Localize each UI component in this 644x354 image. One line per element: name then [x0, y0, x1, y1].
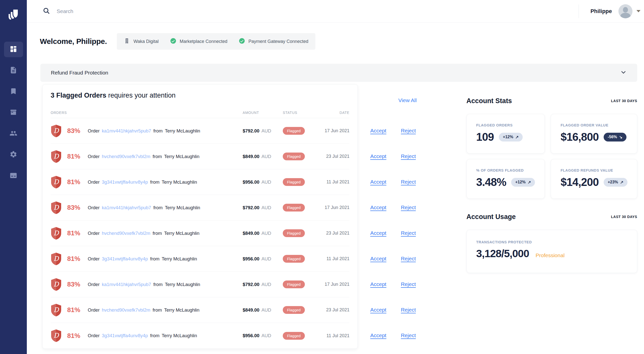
- fraud-shield-icon: D: [51, 176, 62, 189]
- welcome-row: Welcome, Philippe. Waka Digital Marketpl…: [40, 33, 637, 50]
- accept-link[interactable]: Accept: [370, 204, 386, 210]
- order-id-link[interactable]: 3g341vwtjffa4unv8y4p: [102, 179, 148, 185]
- order-date: 11 Jul 2021: [315, 333, 349, 338]
- order-currency: AUD: [261, 307, 271, 313]
- svg-text:D: D: [54, 332, 59, 339]
- reject-link[interactable]: Reject: [401, 256, 416, 262]
- flagged-orders-title: 3 Flagged Orders requires your attention: [51, 85, 349, 107]
- reject-link[interactable]: Reject: [401, 332, 416, 338]
- order-id-link[interactable]: ka1mv441hkjahvr5pub7: [102, 205, 151, 210]
- order-date: 17 Jun 2021: [315, 282, 349, 287]
- order-amount: $792.00: [243, 282, 259, 287]
- order-id-link[interactable]: ka1mv441hkjahvr5pub7: [102, 282, 151, 287]
- reject-link[interactable]: Reject: [401, 230, 416, 236]
- accept-link[interactable]: Accept: [370, 307, 386, 313]
- sidebar-item-settings[interactable]: [4, 147, 23, 163]
- main-area: Philippe Welcome, Philippe. Waka Digital: [27, 0, 644, 354]
- user-name[interactable]: Philippe: [590, 8, 612, 15]
- trend-down-icon: ↘: [619, 135, 622, 139]
- view-all-link[interactable]: View All: [398, 97, 417, 103]
- chevron-down-icon[interactable]: [636, 10, 640, 12]
- search-input[interactable]: [57, 8, 207, 14]
- order-id-link[interactable]: 3g341vwtjffa4unv8y4p: [102, 333, 148, 338]
- status-badge: Flagged: [283, 306, 305, 314]
- reject-link[interactable]: Reject: [401, 204, 416, 210]
- order-date: 11 Jul 2021: [315, 179, 349, 185]
- order-date: 17 Jun 2021: [315, 128, 349, 133]
- risk-score: 81%: [67, 332, 88, 340]
- fraud-shield-icon: D: [51, 150, 62, 163]
- status-badge: Flagged: [283, 332, 305, 340]
- sidebar-item-documents[interactable]: [4, 63, 23, 78]
- merchant-badge-label: Waka Digital: [133, 39, 158, 44]
- accept-link[interactable]: Accept: [370, 256, 386, 262]
- settings-icon: [10, 151, 17, 159]
- table-row: D 81% Order 3g341vwtjffa4unv8y4p from Te…: [51, 323, 349, 348]
- accept-link[interactable]: Accept: [370, 281, 386, 287]
- accept-link[interactable]: Accept: [370, 128, 386, 134]
- avatar[interactable]: [618, 4, 632, 18]
- sidebar-item-billing[interactable]: [4, 168, 23, 184]
- sidebar-item-customers[interactable]: [4, 126, 23, 141]
- reject-link[interactable]: Reject: [401, 281, 416, 287]
- row-actions: AcceptReject: [358, 169, 465, 195]
- risk-score: 83%: [67, 127, 88, 135]
- accept-link[interactable]: Accept: [370, 179, 386, 185]
- customer-name: Terry McLaughlin: [162, 179, 197, 185]
- delta-pill: +12%↗: [499, 133, 523, 141]
- svg-text:D: D: [54, 178, 59, 186]
- refund-protection-toggle[interactable]: Refund Fraud Protection: [40, 64, 637, 82]
- flagged-orders-region: 3 Flagged Orders requires your attention…: [40, 84, 637, 349]
- svg-text:D: D: [54, 127, 59, 134]
- row-actions: AcceptReject: [358, 144, 465, 169]
- order-date: 23 Jul 2021: [315, 231, 349, 236]
- stat-card-flagged-refunds-value: FLAGGED REFUNDS VALUE $14,200 +23%↗: [551, 159, 637, 199]
- reject-link[interactable]: Reject: [401, 128, 416, 134]
- reject-link[interactable]: Reject: [401, 153, 416, 159]
- merchant-badge: Waka Digital: [124, 38, 158, 45]
- row-actions: AcceptReject: [358, 220, 465, 246]
- reject-link[interactable]: Reject: [401, 307, 416, 313]
- usage-period-label: LAST 30 DAYS: [611, 215, 637, 219]
- dashboard-icon: [10, 45, 17, 54]
- bookmark-icon: [10, 87, 17, 96]
- accept-link[interactable]: Accept: [370, 153, 386, 159]
- topbar: Philippe: [27, 0, 644, 23]
- status-badge: Flagged: [283, 229, 305, 237]
- sidebar-item-dashboard[interactable]: [4, 42, 23, 57]
- svg-text:D: D: [54, 280, 59, 288]
- order-id-link[interactable]: hvchend90vxefk7vbl2m: [102, 231, 150, 236]
- search-bar: [43, 7, 579, 16]
- accept-link[interactable]: Accept: [370, 230, 386, 236]
- usage-label: TRANSACTIONS PROTECTED: [476, 240, 627, 244]
- table-row: D 81% Order 3g341vwtjffa4unv8y4p from Te…: [51, 246, 349, 272]
- order-id-link[interactable]: hvchend90vxefk7vbl2m: [102, 154, 150, 159]
- stat-card-percent-flagged: % OF ORDERS FLAGGED 3.48% +12%↗: [467, 159, 545, 199]
- stats-period-label: LAST 30 DAYS: [611, 99, 637, 103]
- fraud-shield-icon: D: [51, 304, 62, 317]
- reject-link[interactable]: Reject: [401, 179, 416, 185]
- order-amount: $849.00: [243, 154, 259, 159]
- trend-up-icon: ↗: [528, 180, 531, 185]
- table-row: D 81% Order hvchend90vxefk7vbl2m from Te…: [51, 221, 349, 246]
- account-stats-title: Account Stats: [467, 97, 512, 105]
- order-id-link[interactable]: 3g341vwtjffa4unv8y4p: [102, 256, 148, 262]
- page-content: Welcome, Philippe. Waka Digital Marketpl…: [27, 23, 644, 354]
- from-label: from: [153, 128, 163, 134]
- table-row: D 81% Order 3g341vwtjffa4unv8y4p from Te…: [51, 169, 349, 195]
- document-icon: [10, 66, 17, 75]
- order-currency: AUD: [261, 205, 271, 210]
- customer-name: Terry McLaughlin: [164, 307, 200, 313]
- order-id-link[interactable]: ka1mv441hkjahvr5pub7: [102, 128, 151, 134]
- app-logo-icon[interactable]: [6, 8, 22, 24]
- customer-name: Terry McLaughlin: [165, 282, 200, 287]
- row-actions: AcceptReject: [358, 195, 465, 220]
- accept-link[interactable]: Accept: [370, 332, 386, 338]
- sidebar-item-bookmarks[interactable]: [4, 84, 23, 99]
- sidebar-item-orders[interactable]: [4, 105, 23, 120]
- delta-pill: +12%↗: [511, 178, 535, 187]
- order-id-link[interactable]: hvchend90vxefk7vbl2m: [102, 307, 150, 313]
- table-row: D 81% Order hvchend90vxefk7vbl2m from Te…: [51, 144, 349, 169]
- usage-value: 3,128/5,000: [476, 248, 529, 260]
- column-header-amount: AMOUNT: [243, 111, 283, 115]
